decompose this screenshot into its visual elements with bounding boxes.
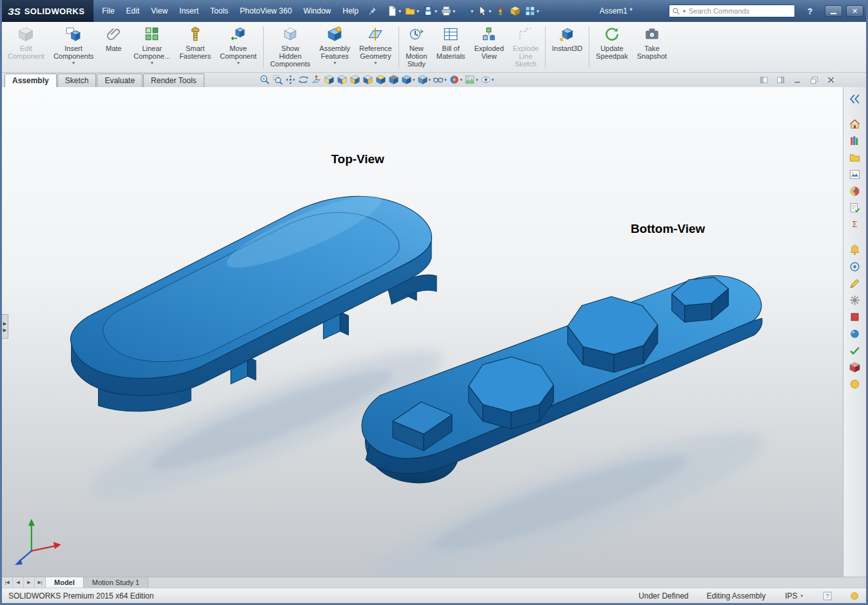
scroll-first-button[interactable]: |◀	[2, 577, 13, 588]
menu-file[interactable]: File	[96, 0, 120, 22]
check-button[interactable]	[846, 342, 864, 358]
help-box-icon[interactable]: ?	[822, 591, 833, 601]
tab-model[interactable]: Model	[46, 577, 84, 588]
view-isometric-button[interactable]: ▾	[400, 74, 416, 85]
minimize-doc-button[interactable]	[792, 75, 803, 84]
view-settings-grid-button[interactable]: ▾	[523, 5, 540, 17]
menu-insert[interactable]: Insert	[173, 0, 204, 22]
pane-right-button[interactable]	[775, 75, 786, 84]
ribbon-button-new-motion-study[interactable]: NewMotionStudy	[401, 23, 432, 71]
rebuild-stoplight-button[interactable]	[493, 5, 508, 17]
dropdown-caret-icon[interactable]: ▾	[429, 77, 431, 83]
sigma-button[interactable]: Σ	[846, 217, 864, 232]
dropdown-caret-icon[interactable]: ▾	[151, 61, 153, 66]
search-box[interactable]: ▾	[669, 5, 795, 17]
red-square-button[interactable]	[846, 309, 864, 324]
dropdown-caret-icon[interactable]: ▾	[476, 77, 478, 83]
units-selector[interactable]: IPS ▾	[785, 591, 803, 600]
menu-tools[interactable]: Tools	[204, 0, 234, 22]
scroll-last-button[interactable]: ▶|	[35, 577, 46, 588]
home-button[interactable]	[846, 116, 864, 132]
tab-motion-study-1[interactable]: Motion Study 1	[84, 577, 148, 588]
pane-left-button[interactable]	[758, 75, 769, 84]
ribbon-button-insert-components[interactable]: InsertComponents▾	[49, 23, 98, 71]
dropdown-caret-icon[interactable]: ▾	[489, 8, 491, 14]
ribbon-button-reference-geometry[interactable]: ReferenceGeometry▾	[355, 23, 397, 71]
pan-button[interactable]	[284, 74, 297, 85]
ribbon-button-update-speedpak[interactable]: UpdateSpeedpak	[591, 23, 633, 71]
tab-assembly[interactable]: Assembly	[5, 74, 57, 87]
view-palette-button[interactable]	[846, 166, 864, 182]
normal-to-button[interactable]	[310, 74, 322, 85]
help-button[interactable]: ?	[804, 6, 816, 16]
yellow-ball-icon[interactable]	[849, 591, 860, 601]
dropdown-caret-icon[interactable]: ▾	[444, 77, 447, 83]
custom-properties-button[interactable]	[846, 200, 864, 215]
ribbon-button-take-snapshot[interactable]: TakeSnapshot	[633, 23, 671, 71]
zoom-fit-button[interactable]	[259, 74, 271, 85]
print-button[interactable]: ▾	[439, 5, 457, 17]
save-button[interactable]: ▾	[421, 5, 439, 17]
sphere-blue-button[interactable]	[846, 326, 864, 341]
material-box-button[interactable]	[508, 5, 522, 17]
bell-button[interactable]	[846, 242, 864, 257]
ribbon-button-show-hidden-components[interactable]: ShowHiddenComponents	[266, 23, 315, 71]
view-top-button[interactable]	[375, 74, 387, 85]
gear-button[interactable]	[846, 292, 864, 308]
scroll-prev-button[interactable]: ◀	[13, 577, 24, 588]
target-button[interactable]	[846, 259, 864, 274]
featuremanager-splitter[interactable]: ▶ ▶	[2, 314, 8, 339]
search-caret-icon[interactable]: ▾	[683, 8, 686, 14]
yellow-ball-button[interactable]	[846, 376, 864, 392]
open-document-button[interactable]: ▾	[403, 5, 420, 17]
zoom-area-button[interactable]	[271, 74, 284, 85]
view-settings-button[interactable]: ▾	[480, 74, 495, 85]
view-bottom-button[interactable]	[388, 74, 400, 85]
dropdown-caret-icon[interactable]: ▾	[453, 8, 455, 14]
ribbon-button-mate[interactable]: Mate	[98, 23, 129, 71]
ribbon-button-bill-of-materials[interactable]: Bill ofMaterials	[432, 23, 470, 71]
view-front-button[interactable]	[323, 74, 335, 85]
ribbon-button-exploded-view[interactable]: ExplodedView	[469, 23, 508, 71]
ribbon-button-linear-component-pattern[interactable]: LinearCompone...▾	[129, 23, 175, 71]
design-library-button[interactable]	[846, 133, 864, 148]
minimize-window-button[interactable]	[825, 5, 842, 17]
apply-scene-button[interactable]: ▾	[464, 74, 479, 85]
edit-appearance-button[interactable]: ▾	[448, 74, 464, 85]
red-cube-button[interactable]	[846, 359, 864, 375]
3d-scene[interactable]: Top-View Bottom-View	[2, 87, 843, 577]
menu-view[interactable]: View	[145, 0, 173, 22]
dropdown-caret-icon[interactable]: ▾	[435, 8, 437, 14]
ribbon-button-move-component[interactable]: MoveComponent▾	[215, 23, 261, 71]
dropdown-caret-icon[interactable]: ▾	[471, 8, 473, 14]
dropdown-caret-icon[interactable]: ▾	[333, 61, 336, 66]
dropdown-caret-icon[interactable]: ▾	[72, 61, 75, 66]
new-document-button[interactable]: ▾	[385, 5, 402, 17]
search-input[interactable]	[687, 6, 792, 16]
close-doc-button[interactable]	[825, 75, 836, 84]
dropdown-caret-icon[interactable]: ▾	[460, 77, 463, 83]
dropdown-caret-icon[interactable]: ▾	[537, 8, 539, 14]
menu-help[interactable]: Help	[337, 0, 364, 22]
graphics-area[interactable]: Top-View Bottom-View ▶ ▶	[2, 87, 843, 577]
view-right-button[interactable]	[362, 74, 374, 85]
display-style-button[interactable]: ▾	[417, 74, 432, 85]
dropdown-caret-icon[interactable]: ▾	[492, 77, 495, 83]
menu-edit[interactable]: Edit	[121, 0, 146, 22]
ribbon-button-assembly-features[interactable]: AssemblyFeatures▾	[315, 23, 355, 71]
undo-button[interactable]: ▾	[457, 5, 475, 17]
scroll-next-button[interactable]: ▶	[24, 577, 35, 588]
menu-photoview-360[interactable]: PhotoView 360	[234, 0, 298, 22]
pencil-button[interactable]	[846, 275, 864, 291]
dropdown-caret-icon[interactable]: ▾	[374, 61, 377, 66]
tab-evaluate[interactable]: Evaluate	[97, 74, 143, 87]
search-icon[interactable]	[672, 7, 680, 15]
ribbon-button-instant3d[interactable]: Instant3D	[547, 23, 587, 71]
tab-render-tools[interactable]: Render Tools	[143, 74, 204, 87]
rotate-view-button[interactable]	[297, 74, 310, 85]
view-back-button[interactable]	[336, 74, 348, 85]
close-window-button[interactable]: ✕	[846, 5, 863, 17]
dropdown-caret-icon[interactable]: ▾	[237, 61, 239, 66]
dropdown-caret-icon[interactable]: ▾	[417, 8, 419, 14]
dropdown-caret-icon[interactable]: ▾	[399, 8, 401, 14]
